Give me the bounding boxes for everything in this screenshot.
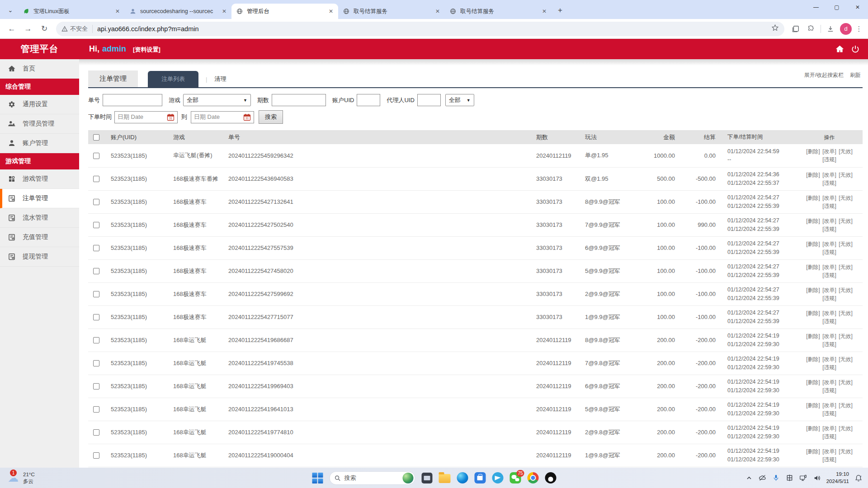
tab-close-icon[interactable]: ✕ <box>541 8 548 15</box>
violation-link[interactable]: [违规] <box>822 364 836 371</box>
modify-order-link[interactable]: [改单] <box>822 218 836 224</box>
modify-order-link[interactable]: [改单] <box>822 264 836 270</box>
violation-link[interactable]: [违规] <box>822 456 836 463</box>
invalidate-link[interactable]: [无效] <box>839 448 853 455</box>
violation-link[interactable]: [违规] <box>822 203 836 209</box>
order-no-input[interactable] <box>103 94 162 106</box>
toolbar-link[interactable]: 展开/收起搜索栏 <box>804 71 844 79</box>
violation-link[interactable]: [违规] <box>822 249 836 255</box>
speaker-icon[interactable] <box>813 474 821 482</box>
downloads-icon[interactable] <box>824 22 837 36</box>
invalidate-link[interactable]: [无效] <box>839 310 853 316</box>
profile-settings-link[interactable]: [资料设置] <box>133 46 160 53</box>
end-date-input[interactable]: 日期 Date 31 <box>191 111 254 123</box>
violation-link[interactable]: [违规] <box>822 272 836 278</box>
new-tab-button[interactable]: + <box>554 5 566 16</box>
browser-tab[interactable]: 取号结算服务 ✕ <box>338 4 445 19</box>
wechat-icon[interactable]: 75 <box>509 472 521 484</box>
invalidate-link[interactable]: [无效] <box>839 333 853 339</box>
file-explorer-icon[interactable] <box>439 472 451 484</box>
delete-link[interactable]: [删除] <box>806 287 820 293</box>
invalidate-link[interactable]: [无效] <box>839 195 853 201</box>
violation-link[interactable]: [违规] <box>822 226 836 232</box>
window-maximize-button[interactable]: ▢ <box>826 0 847 14</box>
sidebar-item[interactable]: 充值管理 <box>0 228 79 247</box>
network-display-icon[interactable] <box>799 474 807 482</box>
modify-order-link[interactable]: [改单] <box>822 379 836 385</box>
sidebar-item[interactable]: 首页 <box>0 59 79 79</box>
delete-link[interactable]: [删除] <box>806 333 820 339</box>
modify-order-link[interactable]: [改单] <box>822 448 836 455</box>
tray-chevron-up-icon[interactable] <box>745 474 753 482</box>
row-checkbox[interactable] <box>93 291 99 297</box>
start-date-input[interactable]: 日期 Date 31 <box>114 111 178 123</box>
violation-link[interactable]: [违规] <box>822 433 836 440</box>
invalidate-link[interactable]: [无效] <box>839 148 853 155</box>
delete-link[interactable]: [删除] <box>806 402 820 408</box>
weather-widget[interactable]: ☁1 21°C 多云 <box>0 471 35 485</box>
modify-order-link[interactable]: [改单] <box>822 148 836 155</box>
logout-power-icon[interactable] <box>851 45 860 54</box>
tab-close-icon[interactable]: ✕ <box>327 8 335 15</box>
delete-link[interactable]: [删除] <box>806 448 820 455</box>
delete-link[interactable]: [删除] <box>806 379 820 385</box>
address-bar[interactable]: 不安全 api.yao666.cc/index.php?m=admin <box>56 22 784 36</box>
browser-tab[interactable]: sourcecodesharing --sourcec ✕ <box>125 4 231 19</box>
sidebar-item[interactable]: 游戏管理 <box>0 169 79 189</box>
row-checkbox[interactable] <box>93 268 99 274</box>
qq-icon[interactable] <box>545 472 557 484</box>
select-all-checkbox[interactable] <box>93 134 99 141</box>
bookmark-star-icon[interactable] <box>771 24 779 33</box>
chrome-browser-icon[interactable] <box>527 472 539 484</box>
invalidate-link[interactable]: [无效] <box>839 356 853 362</box>
sub-tab[interactable]: 注单列表 <box>148 71 198 87</box>
violation-link[interactable]: [违规] <box>822 318 836 324</box>
browser-tab[interactable]: 宝塔Linux面板 ✕ <box>18 4 125 19</box>
row-checkbox[interactable] <box>93 337 99 343</box>
row-checkbox[interactable] <box>93 199 99 205</box>
violation-link[interactable]: [违规] <box>822 295 836 301</box>
modify-order-link[interactable]: [改单] <box>822 310 836 316</box>
calendar-icon[interactable]: 31 <box>243 113 251 121</box>
row-checkbox[interactable] <box>93 314 99 320</box>
window-minimize-button[interactable]: — <box>806 0 826 14</box>
invalidate-link[interactable]: [无效] <box>839 241 853 247</box>
telegram-icon[interactable] <box>492 472 504 484</box>
window-close-button[interactable]: ✕ <box>847 0 868 14</box>
edge-browser-icon[interactable] <box>457 472 468 484</box>
row-checkbox[interactable] <box>93 406 99 413</box>
delete-link[interactable]: [删除] <box>806 148 820 155</box>
invalidate-link[interactable]: [无效] <box>839 218 853 224</box>
sidebar-item[interactable]: 注单管理 <box>0 189 79 208</box>
sidebar-item[interactable]: 通用设置 <box>0 95 79 114</box>
row-checkbox[interactable] <box>93 429 99 436</box>
taskbar-clock[interactable]: 19:10 2024/5/11 <box>826 471 849 485</box>
delete-link[interactable]: [删除] <box>806 425 820 432</box>
microsoft-store-icon[interactable] <box>474 472 486 484</box>
invalidate-link[interactable]: [无效] <box>839 264 853 270</box>
invalidate-link[interactable]: [无效] <box>839 425 853 432</box>
search-button[interactable]: 搜索 <box>259 110 283 124</box>
modify-order-link[interactable]: [改单] <box>822 241 836 247</box>
row-checkbox[interactable] <box>93 383 99 389</box>
sidebar-item[interactable]: 综合管理 <box>0 79 79 95</box>
modify-order-link[interactable]: [改单] <box>822 356 836 362</box>
delete-link[interactable]: [删除] <box>806 310 820 316</box>
profile-avatar[interactable]: d <box>840 23 852 35</box>
violation-link[interactable]: [违规] <box>822 387 836 394</box>
side-panel-icon[interactable] <box>789 22 802 36</box>
violation-link[interactable]: [违规] <box>822 341 836 347</box>
modify-order-link[interactable]: [改单] <box>822 172 836 178</box>
period-input[interactable] <box>272 94 326 106</box>
violation-link[interactable]: [违规] <box>822 156 836 163</box>
sub-tab[interactable]: 清理 <box>198 71 233 87</box>
row-checkbox[interactable] <box>93 245 99 251</box>
media-player-icon[interactable] <box>421 472 433 484</box>
browser-tab[interactable]: 取号结算服务 ✕ <box>445 4 552 19</box>
delete-link[interactable]: [删除] <box>806 264 820 270</box>
modify-order-link[interactable]: [改单] <box>822 333 836 339</box>
toolbar-link[interactable]: 刷新 <box>850 71 861 79</box>
sidebar-item[interactable]: 游戏管理 <box>0 153 79 169</box>
delete-link[interactable]: [删除] <box>806 356 820 362</box>
search-daily-image[interactable] <box>403 473 414 483</box>
